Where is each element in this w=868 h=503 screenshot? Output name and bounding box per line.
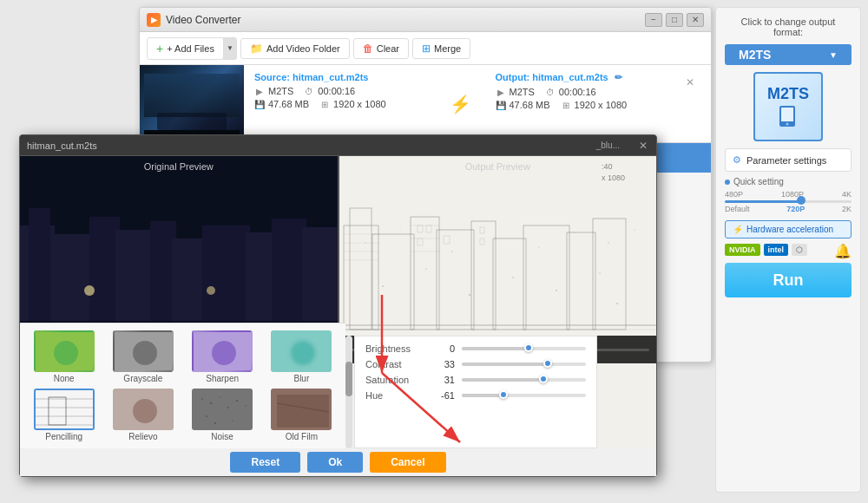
filter-none[interactable]: None (27, 330, 101, 383)
saturation-label: Saturation (365, 375, 426, 385)
filter-relievo[interactable]: Relievo (106, 389, 180, 441)
hue-label: Hue (365, 390, 426, 401)
thumbnail-image (140, 65, 244, 142)
add-files-button[interactable]: + + Add Files (147, 37, 224, 60)
filter-oldfilm[interactable]: Old Film (265, 389, 339, 441)
contrast-fill (462, 363, 543, 366)
format-icon: ▶ (254, 86, 265, 96)
output-label-text: Output: hitman_cut.m2ts (496, 72, 608, 82)
output-size: 💾 47.68 MB (496, 100, 550, 110)
format-badge[interactable]: M2TS ▼ (725, 44, 852, 65)
format-dropdown-chevron: ▼ (829, 50, 838, 60)
app-title: Video Converter (166, 14, 645, 26)
filter-scrollbar[interactable] (345, 336, 352, 448)
format-icon-display: M2TS (753, 72, 823, 141)
add-files-label: + Add Files (167, 43, 214, 54)
svg-rect-4 (89, 217, 120, 330)
out-size-icon: 💾 (496, 100, 506, 110)
brightness-fill (462, 347, 524, 350)
add-icon: + (156, 42, 163, 56)
preview-close-button[interactable]: ✕ (637, 140, 649, 152)
filter-sharpen-img (192, 330, 253, 372)
out-res-icon: ⊞ (561, 100, 571, 110)
output-preview-label: Output Preview (465, 161, 530, 172)
saturation-row: Saturation 31 (365, 375, 586, 385)
quality-slider[interactable] (725, 200, 852, 203)
out-duration-value: 00:00:16 (559, 87, 596, 97)
chip-logo: ⬡ (792, 244, 807, 256)
filter-thumbnails: None Grayscale Sharpen Blur (20, 323, 345, 448)
brightness-thumb (524, 343, 533, 352)
clear-button[interactable]: 🗑 Clear (353, 38, 409, 59)
reset-button[interactable]: Reset (230, 452, 300, 473)
quality-val-default: Default (725, 205, 750, 213)
out-size-value: 47.68 MB (510, 100, 550, 110)
size-value: 47.68 MB (268, 99, 309, 109)
filter-blur[interactable]: Blur (265, 330, 339, 383)
filter-relievo-label: Relievo (128, 432, 157, 441)
contrast-slider[interactable] (462, 363, 586, 366)
scrollbar-thumb (345, 362, 352, 396)
quick-dot (725, 180, 730, 185)
minimize-button[interactable]: − (645, 13, 662, 27)
duration-value: 00:00:16 (318, 86, 355, 96)
hardware-acceleration-button[interactable]: ⚡ Hardware acceleration (725, 220, 852, 238)
hue-slider[interactable] (462, 394, 586, 397)
add-folder-button[interactable]: 📁 Add Video Folder (240, 38, 350, 59)
source-info: Source: hitman_cut.m2ts ▶ M2TS ⏱ 00:00:1… (254, 72, 425, 135)
filter-blur-img (271, 330, 332, 372)
contrast-value: 33 (433, 359, 455, 369)
run-button[interactable]: Run (725, 263, 852, 297)
out-resolution-value: 1920 x 1080 (575, 100, 628, 110)
svg-point-39 (425, 268, 427, 270)
close-button[interactable]: ✕ (687, 13, 704, 27)
add-files-dropdown[interactable]: ▼ (223, 37, 237, 60)
svg-point-80 (219, 396, 220, 398)
output-format-row: ▶ M2TS ⏱ 00:00:16 (496, 87, 667, 97)
source-duration: ⏱ 00:00:16 (304, 86, 355, 96)
output-edit-icon[interactable]: ✏ (615, 72, 622, 82)
brightness-label: Brightness (365, 343, 426, 354)
parameter-settings-button[interactable]: ⚙ Parameter settings (725, 148, 852, 172)
merge-icon: ⊞ (422, 42, 431, 55)
source-size: 💾 47.68 MB (254, 99, 309, 109)
filter-noise[interactable]: Noise (186, 389, 260, 441)
filter-pencilling[interactable]: Pencilling (27, 389, 101, 441)
alarm-button[interactable]: 🔔 (834, 243, 852, 259)
svg-point-86 (232, 420, 233, 421)
svg-point-84 (206, 415, 207, 417)
contrast-label: Contrast (365, 359, 426, 369)
svg-rect-11 (302, 227, 338, 330)
run-section: Run 🔔 (725, 263, 852, 303)
svg-point-40 (468, 294, 470, 296)
filter-grayscale[interactable]: Grayscale (106, 330, 180, 383)
filter-pencilling-label: Pencilling (45, 432, 82, 441)
output-label: Output: hitman_cut.m2ts ✏ (496, 72, 667, 83)
action-buttons: Reset Ok Cancel (20, 448, 656, 476)
hw-accel-label: Hardware acceleration (746, 225, 833, 234)
format-icon-text: M2TS (767, 85, 809, 103)
filter-noise-label: Noise (211, 432, 233, 441)
saturation-slider[interactable] (462, 378, 586, 382)
out-format-value: M2TS (510, 87, 535, 97)
output-size-row: 💾 47.68 MB ⊞ 1920 x 1080 (496, 100, 667, 110)
saturation-thumb (539, 375, 548, 383)
svg-point-44 (615, 303, 617, 304)
brightness-row: Brightness 0 (365, 343, 586, 354)
nvidia-logo: NVIDIA (725, 244, 760, 256)
merge-button[interactable]: ⊞ Merge (412, 38, 470, 59)
close-file-button[interactable]: ✕ (683, 75, 697, 89)
brightness-slider[interactable] (462, 347, 586, 350)
svg-point-13 (84, 285, 95, 296)
merge-label: Merge (434, 43, 461, 54)
window-controls: − □ ✕ (645, 13, 704, 27)
ok-button[interactable]: Ok (307, 452, 363, 473)
filter-sharpen[interactable]: Sharpen (186, 330, 260, 383)
clear-icon: 🗑 (363, 42, 373, 55)
cancel-button[interactable]: Cancel (370, 452, 445, 473)
svg-point-95 (786, 122, 789, 125)
quick-setting-section: Quick setting 480P 1080P 4K Default 720P… (725, 177, 852, 213)
maximize-button[interactable]: □ (666, 13, 683, 27)
svg-text:x 1080: x 1080 (602, 173, 625, 182)
svg-rect-9 (246, 232, 276, 330)
